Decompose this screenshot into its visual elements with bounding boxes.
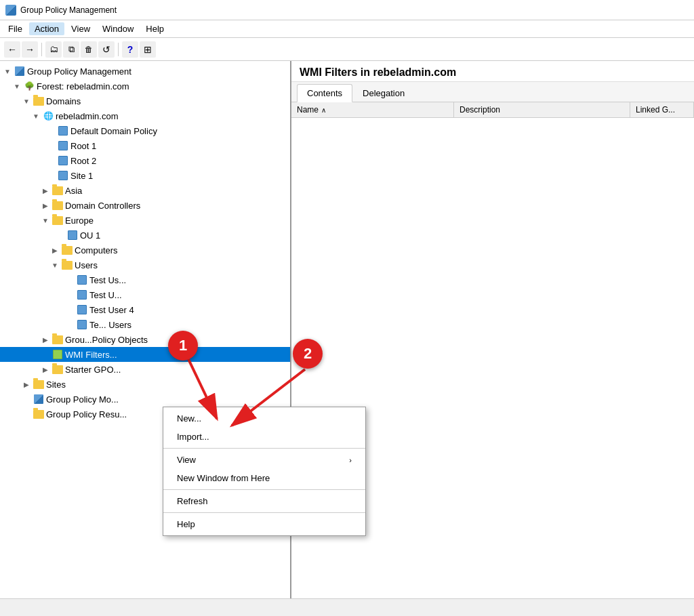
submenu-arrow-icon: ›	[349, 456, 352, 464]
gpo-root2-icon	[58, 155, 68, 166]
tree-item-site1[interactable]: ▶ Site 1	[0, 168, 290, 183]
gpo-tu1-icon	[77, 274, 87, 285]
expand-icon-domains: ▼	[22, 96, 31, 106]
gp-results-label: Group Policy Resu...	[46, 409, 127, 419]
annotation-2: 2	[293, 339, 323, 369]
ou1-label: OU 1	[80, 230, 100, 241]
gpm-root-label: Group Policy Management	[27, 66, 131, 77]
menu-file[interactable]: File	[3, 22, 28, 35]
gp-modeling-label: Group Policy Mo...	[46, 394, 119, 405]
tree-item-wmi-filters[interactable]: ▶ WMI Filters...	[0, 347, 290, 362]
users-folder-icon	[62, 260, 73, 270]
delete-icon: 🗑	[85, 45, 93, 54]
menu-view[interactable]: View	[66, 22, 96, 35]
menu-help[interactable]: Help	[140, 22, 169, 35]
tree-item-gpm-root[interactable]: ▼ Group Policy Management	[0, 64, 290, 79]
root1-label: Root 1	[70, 141, 96, 151]
delete-button[interactable]: 🗑	[81, 41, 97, 58]
tab-delegation[interactable]: Delegation	[352, 84, 415, 102]
menu-action[interactable]: Action	[29, 22, 64, 35]
europe-icon	[52, 215, 63, 226]
refresh-icon: ↺	[102, 44, 110, 55]
copy-icon: ⧉	[68, 44, 75, 55]
gpo-objects-icon	[52, 334, 63, 345]
col-header-description: Description	[454, 102, 630, 117]
tree-item-asia[interactable]: ▶ Asia	[0, 183, 290, 198]
tree-item-domains[interactable]: ▼ Domains	[0, 94, 290, 108]
folder-view-icon: 🗂	[49, 44, 58, 54]
gp-modeling-icon	[33, 394, 44, 405]
domains-label: Domains	[46, 96, 81, 106]
expand-icon-rebeladmin: ▼	[31, 111, 41, 121]
tree-item-rebeladmin[interactable]: ▼ 🌐 rebeladmin.com	[0, 108, 290, 123]
tree-item-domain-controllers[interactable]: ▶ Domain Controllers	[0, 198, 290, 213]
ctx-import[interactable]: Import...	[163, 428, 365, 446]
wmi-filters-label: WMI Filters...	[65, 350, 117, 360]
tree-item-gpo-objects[interactable]: ▶ Grou...Policy Objects	[0, 332, 290, 347]
site1-label: Site 1	[70, 171, 93, 181]
tree-item-users[interactable]: ▼ Users	[0, 258, 290, 272]
asia-icon	[52, 185, 63, 196]
tree-item-europe[interactable]: ▼ Europe	[0, 213, 290, 228]
gpo-objects-label: Grou...Policy Objects	[65, 335, 148, 345]
gpm-root-icon	[14, 66, 25, 77]
ctx-sep-1	[163, 448, 365, 449]
tree-item-ou1[interactable]: ▶ OU 1	[0, 228, 290, 243]
ctx-view[interactable]: View ›	[163, 451, 365, 469]
toolbar-sep-2	[118, 43, 119, 56]
test-users-label: Te... Users	[89, 320, 131, 330]
computers-folder-icon	[62, 245, 73, 255]
ctx-new-window[interactable]: New Window from Here	[163, 469, 365, 487]
ctx-sep-2	[163, 489, 365, 490]
gpo-tu4-icon	[77, 304, 87, 315]
copy-button[interactable]: ⧉	[63, 41, 79, 58]
gpo-ou1-icon	[67, 230, 78, 241]
gpo-ddp-icon	[58, 125, 68, 136]
gp-results-icon	[33, 409, 44, 419]
tree-item-forest[interactable]: ▼ 🌳 Forest: rebeladmin.com	[0, 79, 290, 94]
expand-icon-asia: ▶	[41, 186, 50, 195]
tree-item-root1[interactable]: ▶ Root 1	[0, 138, 290, 153]
status-bar	[0, 598, 694, 616]
expand-icon-gpo-obj: ▶	[41, 335, 50, 344]
toolbar: ← → 🗂 ⧉ 🗑 ↺ ? ⊞	[0, 38, 694, 61]
expand-icon-gpm: ▼	[3, 66, 12, 76]
tab-contents[interactable]: Contents	[297, 84, 352, 102]
forward-icon: →	[25, 44, 35, 55]
domains-icon	[33, 96, 44, 106]
tree-item-test-users[interactable]: ▶ Te... Users	[0, 317, 290, 332]
gpo-tus-icon	[77, 319, 87, 330]
expand-icon-sites: ▶	[22, 379, 31, 389]
europe-label: Europe	[65, 215, 94, 226]
tree-item-computers[interactable]: ▶ Computers	[0, 243, 290, 258]
tree-item-test-user2[interactable]: ▶ Test U...	[0, 287, 290, 302]
ctx-sep-3	[163, 512, 365, 513]
tree-item-default-domain-policy[interactable]: ▶ Default Domain Policy	[0, 123, 290, 138]
col-header-name: Name ∧	[291, 102, 454, 117]
view-button[interactable]: ⊞	[140, 41, 156, 58]
tree-item-root2[interactable]: ▶ Root 2	[0, 153, 290, 168]
ctx-new[interactable]: New...	[163, 409, 365, 428]
annotation-1: 1	[168, 331, 198, 361]
menu-bar: File Action View Window Help	[0, 20, 694, 38]
menu-window[interactable]: Window	[97, 22, 139, 35]
tree-item-gp-modeling[interactable]: ▶ Group Policy Mo...	[0, 392, 290, 407]
tree-item-test-user1[interactable]: ▶ Test Us...	[0, 272, 290, 287]
help-button[interactable]: ?	[122, 41, 138, 58]
tree-item-sites[interactable]: ▶ Sites	[0, 377, 290, 392]
dc-icon	[52, 200, 63, 211]
ctx-refresh[interactable]: Refresh	[163, 492, 365, 510]
forward-button[interactable]: →	[22, 41, 38, 58]
tree-item-starter-gpo[interactable]: ▶ Starter GPO...	[0, 362, 290, 377]
refresh-button[interactable]: ↺	[98, 41, 115, 58]
view-icon: ⊞	[144, 44, 152, 55]
tabs-bar: Contents Delegation	[291, 82, 694, 102]
help-icon: ?	[127, 44, 134, 55]
folder-view-button[interactable]: 🗂	[45, 41, 62, 58]
tree-item-test-user4[interactable]: ▶ Test User 4	[0, 302, 290, 317]
expand-icon-dc: ▶	[41, 201, 50, 210]
dc-label: Domain Controllers	[65, 201, 140, 211]
rebeladmin-label: rebeladmin.com	[56, 111, 119, 121]
back-button[interactable]: ←	[4, 41, 20, 58]
ctx-help[interactable]: Help	[163, 515, 365, 533]
